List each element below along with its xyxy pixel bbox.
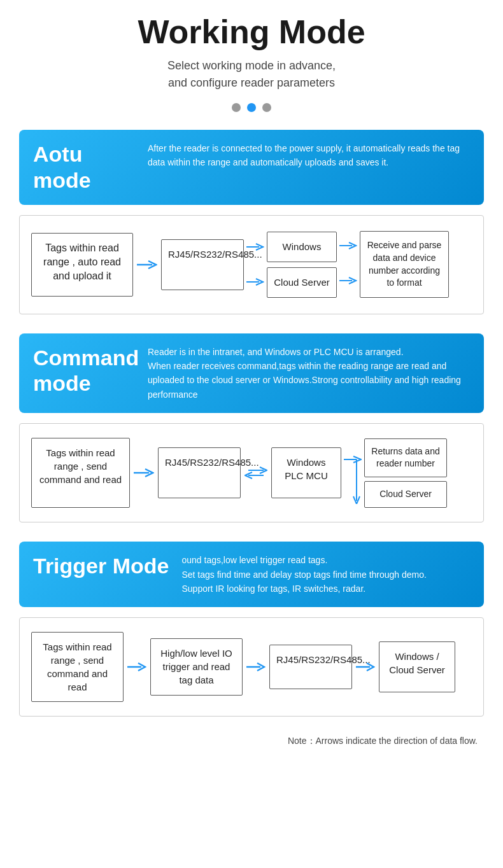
auto-mode-banner: Aotu mode After the reader is connected … <box>19 130 484 205</box>
cmd-flow-row: Tags within read range , send command an… <box>31 438 472 508</box>
cmd-bidir-arrow <box>241 466 271 479</box>
auto-mode-desc: After the reader is connected to the pow… <box>148 141 470 170</box>
returns-cloud-container: Returns data and reader number Cloud Ser… <box>364 438 447 508</box>
split-arrow-bottom <box>246 277 264 287</box>
trig-arrow2 <box>243 661 269 673</box>
right-arrow-bottom <box>339 276 357 288</box>
auto-flow-row: Tags within read range , auto read and u… <box>31 230 472 300</box>
cmd-box-rj45: RJ45/RS232/RS485... <box>158 447 241 498</box>
trig-arrow1 <box>124 661 150 673</box>
command-mode-title: Command mode <box>33 345 135 397</box>
auto-box-cloud: Cloud Server <box>267 267 337 298</box>
command-mode-desc: Reader is in the intranet, and Windows o… <box>148 345 470 402</box>
auto-box-tags: Tags within read range , auto read and u… <box>31 233 133 297</box>
split-arrows <box>244 230 267 300</box>
split-boxes: Windows Cloud Server <box>267 232 337 298</box>
header-section: Working Mode Select working mode in adva… <box>19 13 484 112</box>
page-title: Working Mode <box>19 13 484 51</box>
command-mode-flow: Tags within read range , send command an… <box>19 423 484 522</box>
cmd-box-cloud: Cloud Server <box>364 481 447 508</box>
dot-2 <box>247 103 256 112</box>
dot-3 <box>262 103 271 112</box>
auto-mode-flow: Tags within read range , auto read and u… <box>19 215 484 314</box>
cmd-box-returns: Returns data and reader number <box>364 438 447 477</box>
right-arrows <box>337 230 360 300</box>
trigger-mode-banner: Trigger Mode ound tags,low level trigger… <box>19 542 484 607</box>
trig-box-wincloud: Windows / Cloud Server <box>379 641 455 692</box>
auto-box-rj45: RJ45/RS232/RS485... <box>161 239 244 290</box>
trigger-mode-desc: ound tags,low level trigger read tags. S… <box>181 553 426 596</box>
dots-container <box>19 103 484 112</box>
trig-box-rj45: RJ45/RS232/RS485... <box>269 645 352 689</box>
trig-box-io: High/low level IO trigger and read tag d… <box>150 638 243 696</box>
cmd-right-section <box>341 442 364 504</box>
trigger-mode-flow: Tags within read range , send command an… <box>19 617 484 717</box>
auto-box-receive: Receive and parse data and device number… <box>360 231 449 297</box>
trig-arrow3 <box>352 661 379 673</box>
auto-mode-title: Aotu mode <box>33 141 135 193</box>
trigger-mode-title: Trigger Mode <box>33 553 169 579</box>
auto-arrow1 <box>133 258 161 271</box>
cmd-box-tags: Tags within read range , send command an… <box>31 438 130 508</box>
cmd-arrow1 <box>130 466 158 479</box>
command-mode-banner: Command mode Reader is in the intranet, … <box>19 333 484 414</box>
trig-box-tags: Tags within read range , send command an… <box>31 632 124 702</box>
note-text: Note：Arrows indicate the direction of da… <box>19 736 484 747</box>
dot-1 <box>232 103 241 112</box>
cmd-box-winplc: Windows PLC MCU <box>271 447 341 498</box>
right-arrow-top <box>339 241 357 253</box>
split-arrow-top <box>246 242 264 252</box>
trig-flow-row: Tags within read range , send command an… <box>31 632 472 702</box>
auto-box-windows: Windows <box>267 232 337 262</box>
subtitle: Select working mode in advance, and conf… <box>19 57 484 92</box>
page-container: Working Mode Select working mode in adva… <box>0 0 503 766</box>
